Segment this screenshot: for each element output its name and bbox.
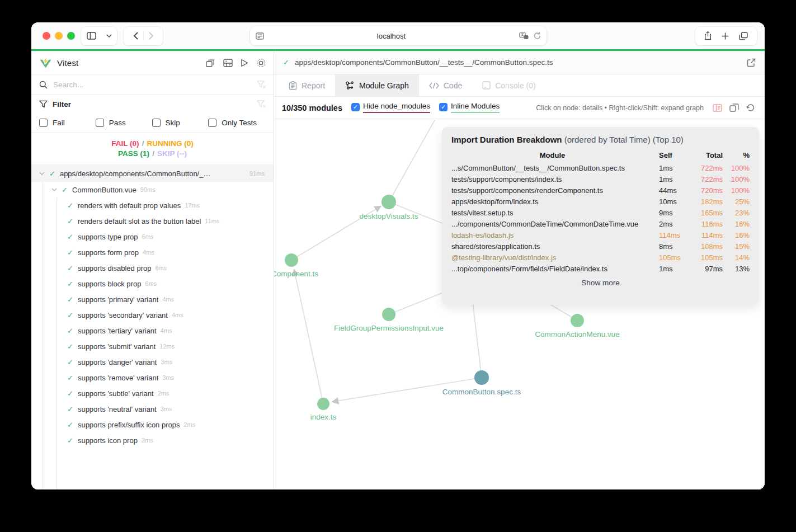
filter-option-pass[interactable]: Pass bbox=[96, 119, 152, 127]
test-row[interactable]: ✓renders default slot as the button labe… bbox=[31, 213, 274, 229]
open-external-icon[interactable] bbox=[747, 58, 756, 67]
graph-node-commonbutton-spec-ts[interactable] bbox=[474, 370, 489, 385]
pass-check-icon: ✓ bbox=[67, 295, 73, 304]
test-row[interactable]: ✓supports icon prop3ms bbox=[31, 432, 274, 448]
tab-overview-icon[interactable] bbox=[734, 27, 753, 45]
graph-node-ercomponent-ts[interactable] bbox=[285, 253, 298, 267]
test-suite-row[interactable]: ✓CommonButton.vue90ms bbox=[31, 182, 274, 197]
clear-search-filter-icon[interactable] bbox=[257, 81, 266, 88]
breakdown-row[interactable]: ...top/components/Form/fields/FieldDate/… bbox=[451, 263, 750, 274]
breakdown-row[interactable]: apps/desktop/form/index.ts10ms182ms25% bbox=[451, 196, 750, 207]
reset-graph-icon[interactable] bbox=[746, 103, 755, 112]
pass-check-icon: ✓ bbox=[67, 389, 73, 398]
breakdown-row[interactable]: tests/vitest.setup.ts9ms165ms23% bbox=[451, 207, 750, 218]
stacked-windows-icon[interactable] bbox=[206, 59, 215, 67]
console-icon bbox=[482, 81, 491, 90]
address-bar[interactable]: localhost x bbox=[250, 26, 547, 45]
expand-graph-icon[interactable] bbox=[729, 103, 739, 112]
reader-icon[interactable] bbox=[256, 32, 264, 40]
import-duration-panel: Import Duration Breakdown (ordered by To… bbox=[442, 127, 759, 305]
checkbox-icon[interactable] bbox=[96, 119, 104, 127]
checkbox-icon[interactable] bbox=[39, 119, 48, 127]
breakdown-row[interactable]: ...s/CommonButton/__tests__/CommonButton… bbox=[451, 162, 750, 173]
search-input[interactable]: Search... bbox=[53, 81, 257, 89]
dashboard-icon[interactable] bbox=[223, 59, 233, 67]
breakdown-row[interactable]: lodash-es/lodash.js114ms114ms16% bbox=[451, 229, 750, 241]
test-row[interactable]: ✓renders with default prop values17ms bbox=[31, 197, 274, 213]
vitest-header: Vitest bbox=[31, 51, 274, 74]
test-row[interactable]: ✓supports 'primary' variant4ms bbox=[31, 291, 274, 307]
test-row[interactable]: ✓supports 'danger' variant3ms bbox=[31, 354, 274, 370]
test-row[interactable]: ✓supports 'neutral' variant3ms bbox=[31, 401, 274, 417]
translate-icon[interactable]: x bbox=[519, 32, 529, 40]
stat--: / bbox=[139, 139, 147, 148]
filter-option-only-tests[interactable]: Only Tests bbox=[208, 119, 265, 127]
stats-line-1: FAIL (0)/RUNNING (0) bbox=[111, 139, 193, 148]
checked-checkbox-icon[interactable]: ✓ bbox=[439, 103, 448, 111]
minimize-button[interactable] bbox=[55, 32, 63, 40]
theme-toggle-icon[interactable] bbox=[256, 58, 266, 68]
reload-icon[interactable] bbox=[534, 32, 541, 40]
tab-console-0[interactable]: Console (0) bbox=[472, 74, 545, 96]
test-row[interactable]: ✓supports disabled prop6ms bbox=[31, 260, 274, 276]
test-file-row[interactable]: ✓apps/desktop/components/CommonButton/_…… bbox=[31, 165, 274, 182]
test-row[interactable]: ✓supports 'remove' variant3ms bbox=[31, 370, 274, 385]
show-more-button[interactable]: Show more bbox=[451, 279, 750, 287]
toggle-hide-node-modules[interactable]: ✓Hide node_modules bbox=[351, 102, 430, 114]
checked-checkbox-icon[interactable]: ✓ bbox=[351, 103, 360, 111]
graph-node-index-ts[interactable] bbox=[317, 398, 329, 410]
checkbox-icon[interactable] bbox=[152, 119, 161, 127]
close-button[interactable] bbox=[43, 32, 50, 40]
toggle-inline-modules[interactable]: ✓Inline Modules bbox=[439, 102, 500, 114]
checkbox-icon[interactable] bbox=[208, 119, 216, 127]
chevron-down-icon[interactable] bbox=[101, 27, 117, 45]
filter-option-fail[interactable]: Fail bbox=[39, 119, 96, 127]
graph-node-commonactionmenu-vue[interactable] bbox=[571, 314, 584, 327]
test-row[interactable]: ✓supports type prop6ms bbox=[31, 229, 274, 244]
pass-check-icon: ✓ bbox=[283, 58, 289, 67]
stats-line-2: PASS (1)/SKIP (--) bbox=[118, 149, 187, 158]
graph-node-fieldgrouppermissionsinput-vue[interactable] bbox=[382, 308, 395, 321]
test-row[interactable]: ✓supports 'submit' variant12ms bbox=[31, 338, 274, 354]
tab-module-graph[interactable]: Module Graph bbox=[335, 74, 419, 96]
test-row[interactable]: ✓supports form prop4ms bbox=[31, 244, 274, 260]
graph-node-label: FieldGroupPermissionsInput.vue bbox=[334, 324, 444, 332]
run-all-icon[interactable] bbox=[241, 59, 248, 67]
tabs-bar: ReportModule GraphCodeConsole (0) bbox=[274, 74, 765, 97]
graph-hint: Click on node: details • Right-click/Shi… bbox=[536, 104, 704, 112]
run-stats: FAIL (0)/RUNNING (0) PASS (1)/SKIP (--) bbox=[31, 133, 274, 165]
breakdown-row[interactable]: shared/stores/application.ts8ms108ms15% bbox=[451, 241, 750, 252]
tab-code[interactable]: Code bbox=[419, 74, 472, 96]
forward-icon[interactable] bbox=[144, 27, 159, 45]
new-tab-icon[interactable] bbox=[717, 27, 734, 45]
filter-label: Filter bbox=[53, 100, 257, 109]
tab-report[interactable]: Report bbox=[279, 74, 335, 96]
graph-node-desktopvisuals-ts[interactable] bbox=[381, 195, 396, 209]
test-row[interactable]: ✓supports prefix/suffix icon props2ms bbox=[31, 417, 274, 432]
stat-running-0-: RUNNING (0) bbox=[147, 139, 193, 148]
breakdown-row[interactable]: tests/support/components/renderComponent… bbox=[451, 185, 750, 196]
breakdown-row[interactable]: .../components/CommonDateTime/CommonDate… bbox=[451, 218, 750, 229]
graph-node-label: CommonButton.spec.ts bbox=[442, 388, 521, 396]
modules-count: 10/350 modules bbox=[282, 103, 342, 112]
sidebar-toggle-icon[interactable] bbox=[82, 27, 101, 45]
breakdown-row[interactable]: tests/support/components/index.ts1ms722m… bbox=[451, 173, 750, 185]
pass-check-icon: ✓ bbox=[67, 358, 73, 366]
node-legend-icon[interactable] bbox=[713, 104, 722, 112]
vitest-logo-icon bbox=[39, 57, 52, 69]
pass-check-icon: ✓ bbox=[49, 170, 55, 178]
back-icon[interactable] bbox=[128, 27, 143, 45]
breakdown-row[interactable]: @testing-library/vue/dist/index.js105ms1… bbox=[451, 252, 750, 263]
address-url[interactable]: localhost bbox=[264, 32, 519, 40]
filter-option-skip[interactable]: Skip bbox=[152, 119, 209, 127]
test-row[interactable]: ✓supports 'tertiary' variant4ms bbox=[31, 323, 274, 338]
search-bar[interactable]: Search... bbox=[31, 74, 274, 95]
test-row[interactable]: ✓supports 'secondary' variant4ms bbox=[31, 307, 274, 323]
breakdown-table: Module Self Total % ...s/CommonButton/__… bbox=[451, 149, 750, 274]
clear-filter-icon[interactable] bbox=[257, 100, 266, 108]
pass-check-icon: ✓ bbox=[67, 311, 73, 319]
test-row[interactable]: ✓supports block prop6ms bbox=[31, 276, 274, 291]
share-icon[interactable] bbox=[699, 27, 717, 45]
test-row[interactable]: ✓supports 'subtle' variant2ms bbox=[31, 385, 274, 401]
zoom-button[interactable] bbox=[67, 32, 75, 40]
